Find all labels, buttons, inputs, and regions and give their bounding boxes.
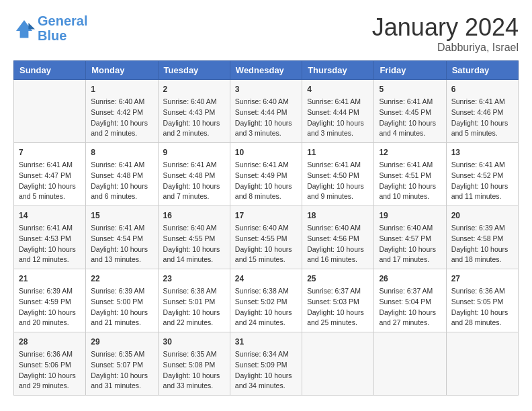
day-number: 20 bbox=[451, 210, 513, 222]
cell-line: and 2 minutes. bbox=[163, 129, 210, 137]
cell-line: and 14 minutes. bbox=[163, 255, 214, 263]
cell-content: Sunrise: 6:40 AMSunset: 4:44 PMDaylight:… bbox=[235, 97, 297, 139]
cell-line: Daylight: 10 hours bbox=[235, 182, 292, 190]
calendar-cell: 29Sunrise: 6:35 AMSunset: 5:07 PMDayligh… bbox=[86, 332, 158, 396]
cell-line: Daylight: 10 hours bbox=[235, 371, 292, 379]
calendar-cell bbox=[446, 332, 518, 396]
cell-content: Sunrise: 6:41 AMSunset: 4:49 PMDaylight:… bbox=[235, 160, 297, 202]
cell-line: and 5 minutes. bbox=[19, 192, 65, 200]
day-number: 9 bbox=[163, 146, 225, 158]
logo-text: General Blue bbox=[38, 13, 87, 43]
calendar-cell: 3Sunrise: 6:40 AMSunset: 4:44 PMDaylight… bbox=[230, 80, 302, 143]
day-number: 3 bbox=[235, 83, 297, 95]
cell-line: Sunset: 5:08 PM bbox=[163, 361, 216, 369]
cell-content: Sunrise: 6:35 AMSunset: 5:08 PMDaylight:… bbox=[163, 349, 225, 392]
cell-line: Sunrise: 6:34 AM bbox=[235, 350, 289, 358]
cell-line: Daylight: 10 hours bbox=[451, 245, 508, 253]
calendar-cell: 2Sunrise: 6:40 AMSunset: 4:43 PMDaylight… bbox=[158, 80, 230, 143]
calendar-cell: 11Sunrise: 6:41 AMSunset: 4:50 PMDayligh… bbox=[302, 143, 374, 206]
header-row: SundayMondayTuesdayWednesdayThursdayFrid… bbox=[14, 61, 519, 80]
calendar-cell: 30Sunrise: 6:35 AMSunset: 5:08 PMDayligh… bbox=[158, 332, 230, 396]
calendar-cell: 14Sunrise: 6:41 AMSunset: 4:53 PMDayligh… bbox=[14, 206, 86, 269]
cell-line: Daylight: 10 hours bbox=[451, 182, 508, 190]
cell-line: and 12 minutes. bbox=[19, 255, 69, 263]
cell-content: Sunrise: 6:40 AMSunset: 4:42 PMDaylight:… bbox=[91, 97, 152, 139]
cell-line: Sunrise: 6:41 AM bbox=[19, 161, 73, 169]
cell-line: Sunset: 4:58 PM bbox=[451, 234, 504, 242]
calendar-cell: 20Sunrise: 6:39 AMSunset: 4:58 PMDayligh… bbox=[446, 206, 518, 269]
day-number: 14 bbox=[19, 210, 81, 222]
cell-line: Daylight: 10 hours bbox=[379, 119, 436, 127]
cell-line: Sunset: 4:57 PM bbox=[379, 234, 431, 242]
cell-line: Daylight: 10 hours bbox=[19, 245, 76, 253]
cell-line: Daylight: 10 hours bbox=[451, 119, 508, 127]
cell-line: Sunrise: 6:39 AM bbox=[91, 287, 144, 295]
cell-line: Sunrise: 6:35 AM bbox=[163, 350, 217, 358]
cell-line: and 24 minutes. bbox=[235, 318, 285, 326]
cell-content: Sunrise: 6:41 AMSunset: 4:48 PMDaylight:… bbox=[163, 160, 225, 202]
calendar-cell bbox=[14, 80, 86, 143]
cell-line: and 6 minutes. bbox=[91, 192, 137, 200]
calendar-cell: 16Sunrise: 6:40 AMSunset: 4:55 PMDayligh… bbox=[158, 206, 230, 269]
header-cell-wednesday: Wednesday bbox=[230, 61, 302, 80]
calendar-cell: 7Sunrise: 6:41 AMSunset: 4:47 PMDaylight… bbox=[14, 143, 86, 206]
cell-content: Sunrise: 6:41 AMSunset: 4:44 PMDaylight:… bbox=[307, 97, 369, 139]
logo-icon bbox=[13, 17, 35, 39]
cell-line: Sunset: 4:48 PM bbox=[91, 171, 143, 179]
cell-line: and 17 minutes. bbox=[379, 255, 429, 263]
cell-line: and 4 minutes. bbox=[379, 129, 425, 137]
cell-line: and 7 minutes. bbox=[163, 192, 210, 200]
calendar-cell: 4Sunrise: 6:41 AMSunset: 4:44 PMDaylight… bbox=[302, 80, 374, 143]
cell-line: Sunset: 5:03 PM bbox=[307, 298, 359, 306]
cell-line: Daylight: 10 hours bbox=[379, 308, 436, 316]
calendar-cell: 21Sunrise: 6:39 AMSunset: 4:59 PMDayligh… bbox=[14, 269, 86, 332]
calendar-cell: 24Sunrise: 6:38 AMSunset: 5:02 PMDayligh… bbox=[230, 269, 302, 332]
week-row: 1Sunrise: 6:40 AMSunset: 4:42 PMDaylight… bbox=[14, 80, 519, 143]
cell-content: Sunrise: 6:36 AMSunset: 5:06 PMDaylight:… bbox=[19, 349, 81, 392]
cell-content: Sunrise: 6:37 AMSunset: 5:03 PMDaylight:… bbox=[307, 286, 369, 328]
cell-content: Sunrise: 6:36 AMSunset: 5:05 PMDaylight:… bbox=[451, 286, 513, 328]
cell-line: Sunset: 4:55 PM bbox=[163, 234, 216, 242]
day-number: 18 bbox=[307, 210, 369, 222]
cell-line: Sunrise: 6:36 AM bbox=[451, 287, 505, 295]
cell-line: Sunset: 4:43 PM bbox=[163, 108, 216, 116]
day-number: 15 bbox=[91, 210, 152, 222]
cell-content: Sunrise: 6:41 AMSunset: 4:53 PMDaylight:… bbox=[19, 223, 81, 265]
cell-line: Sunset: 4:44 PM bbox=[307, 108, 359, 116]
calendar-cell: 25Sunrise: 6:37 AMSunset: 5:03 PMDayligh… bbox=[302, 269, 374, 332]
cell-line: Sunrise: 6:37 AM bbox=[307, 287, 361, 295]
cell-line: Sunrise: 6:41 AM bbox=[379, 97, 433, 105]
calendar-cell: 23Sunrise: 6:38 AMSunset: 5:01 PMDayligh… bbox=[158, 269, 230, 332]
svg-marker-1 bbox=[28, 23, 35, 30]
day-number: 17 bbox=[235, 210, 297, 222]
calendar-cell: 28Sunrise: 6:36 AMSunset: 5:06 PMDayligh… bbox=[14, 332, 86, 396]
cell-line: Sunrise: 6:40 AM bbox=[235, 224, 289, 232]
day-number: 10 bbox=[235, 146, 297, 158]
cell-line: Daylight: 10 hours bbox=[91, 182, 148, 190]
cell-line: Sunset: 4:59 PM bbox=[19, 298, 71, 306]
cell-line: Sunrise: 6:41 AM bbox=[235, 161, 289, 169]
cell-line: Sunrise: 6:41 AM bbox=[307, 161, 361, 169]
cell-content: Sunrise: 6:41 AMSunset: 4:54 PMDaylight:… bbox=[91, 223, 152, 265]
day-number: 11 bbox=[307, 146, 369, 158]
day-number: 23 bbox=[163, 273, 225, 285]
cell-line: Sunrise: 6:38 AM bbox=[163, 287, 217, 295]
cell-content: Sunrise: 6:40 AMSunset: 4:56 PMDaylight:… bbox=[307, 223, 369, 265]
cell-line: and 8 minutes. bbox=[235, 192, 281, 200]
cell-line: and 3 minutes. bbox=[307, 129, 353, 137]
calendar-cell: 19Sunrise: 6:40 AMSunset: 4:57 PMDayligh… bbox=[374, 206, 446, 269]
week-row: 21Sunrise: 6:39 AMSunset: 4:59 PMDayligh… bbox=[14, 269, 519, 332]
day-number: 12 bbox=[379, 146, 441, 158]
cell-line: and 31 minutes. bbox=[91, 381, 141, 390]
cell-line: Sunset: 4:44 PM bbox=[235, 108, 287, 116]
cell-line: Sunrise: 6:41 AM bbox=[451, 97, 505, 105]
day-number: 25 bbox=[307, 273, 369, 285]
cell-line: Sunset: 4:48 PM bbox=[163, 171, 216, 179]
header-cell-thursday: Thursday bbox=[302, 61, 374, 80]
cell-line: and 3 minutes. bbox=[235, 129, 281, 137]
cell-line: Sunrise: 6:40 AM bbox=[235, 97, 289, 105]
cell-line: and 20 minutes. bbox=[19, 318, 69, 326]
cell-line: and 15 minutes. bbox=[235, 255, 285, 263]
cell-content: Sunrise: 6:37 AMSunset: 5:04 PMDaylight:… bbox=[379, 286, 441, 328]
cell-line: Sunrise: 6:41 AM bbox=[91, 224, 144, 232]
